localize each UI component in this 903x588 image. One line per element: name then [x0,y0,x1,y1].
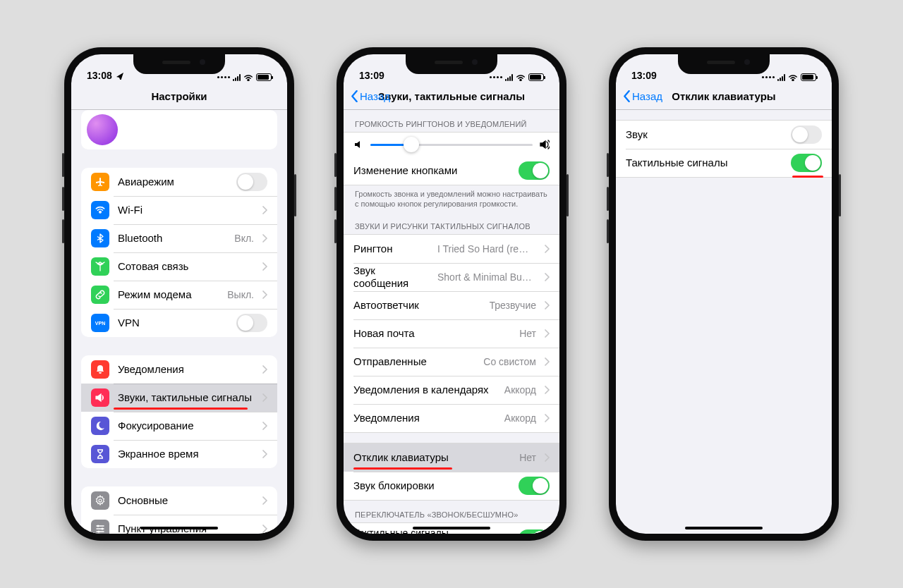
settings-row[interactable]: Экранное время [81,440,277,468]
svg-point-2 [102,528,104,530]
phone-2: 13:09 Назад Звуки, тактильные сигналы ГР… [337,47,566,541]
toggle[interactable] [791,125,822,144]
home-indicator[interactable] [413,527,490,529]
row-label: Автоответчик [353,299,481,311]
lock-sound-toggle[interactable] [519,477,550,495]
settings-row[interactable]: Пункт управления [81,515,277,534]
sound-row[interactable]: ОтправленныеСо свистом [344,348,559,376]
row-label: Звук сообщения [353,264,429,289]
svg-point-1 [97,525,99,527]
row-value: Вкл. [234,233,254,244]
speaker-low-icon [353,140,363,149]
chevron-right-icon [545,386,550,394]
toggle[interactable] [236,173,267,191]
settings-row[interactable]: BluetoothВкл. [81,224,277,252]
settings-row[interactable]: VPNVPN [81,309,277,337]
row-value: Аккорд [504,412,536,424]
notch [678,54,770,74]
chevron-right-icon [262,496,267,505]
toggle[interactable] [236,314,267,332]
link-icon [91,286,109,304]
highlight-underline [353,467,452,470]
clock: 13:09 [359,70,384,81]
row-label: VPN [118,317,228,329]
sound-row[interactable]: УведомленияАккорд [344,404,559,432]
chevron-right-icon [545,273,550,281]
sound-row[interactable]: Новая почтаНет [344,319,559,348]
content[interactable]: ГРОМКОСТЬ РИНГТОНОВ И УВЕДОМЛЕНИЙ Измене… [344,110,559,534]
screen-sounds: 13:09 Назад Звуки, тактильные сигналы ГР… [344,54,559,534]
sound-row[interactable]: АвтоответчикТрезвучие [344,291,559,319]
bell-icon [91,360,109,379]
toggle[interactable] [519,529,550,534]
settings-row[interactable]: Авиарежим [81,168,277,196]
row-value: Аккорд [504,384,536,396]
keyboard-feedback-option[interactable]: Тактильные сигналы [616,149,832,177]
back-button[interactable]: Назад [351,90,390,102]
battery-icon [801,73,816,81]
settings-row[interactable]: Режим модемаВыкл. [81,281,277,309]
antenna-icon [91,257,109,276]
lock-sound-row[interactable]: Звук блокировки [344,472,559,500]
chevron-right-icon [262,206,267,214]
phone-3: 13:09 Назад Отклик клавиатуры ЗвукТактил… [609,47,839,541]
settings-row[interactable]: Сотовая связь [81,252,277,281]
section-footer: Громкость звонка и уведомлений можно нас… [344,185,559,212]
change-with-buttons-row[interactable]: Изменение кнопками [344,157,559,185]
navbar: Назад Отклик клавиатуры [616,82,832,110]
chevron-right-icon [262,234,267,243]
home-indicator[interactable] [140,527,218,529]
change-with-buttons-toggle[interactable] [519,161,550,180]
settings-row[interactable]: Звуки, тактильные сигналы [81,384,277,412]
dual-sim-icon [217,76,230,78]
keyboard-feedback-row[interactable]: Отклик клавиатуры Нет [344,443,559,472]
chevron-right-icon [262,450,267,458]
chevron-right-icon [545,453,550,462]
row-label: Звук [626,128,782,140]
sound-row[interactable]: РингтонI Tried So Hard (remix 2021) [344,235,559,263]
row-label: Отклик клавиатуры [353,451,511,463]
clock: 13:08 [87,70,112,81]
location-icon [115,71,123,80]
sound-row[interactable]: Звук сообщенияShort & Minimal Busine... [344,263,559,291]
row-value: Со свистом [483,356,536,367]
row-label: Уведомления [118,363,254,375]
screen-settings: 13:08 Настройки АвиарежимWi-FiBluetoothВ… [71,54,287,534]
section-header: ГРОМКОСТЬ РИНГТОНОВ И УВЕДОМЛЕНИЙ [344,110,559,132]
chevron-right-icon [262,393,267,402]
highlight-underline [114,408,248,410]
section-header: ПЕРЕКЛЮЧАТЕЛЬ «ЗВОНОК/БЕСШУМНО» [344,501,559,522]
sound-row[interactable]: Уведомления в календаряхАккорд [344,376,559,404]
gear-icon [91,491,109,510]
page-title: Отклик клавиатуры [672,90,775,102]
cellular-icon [233,74,241,81]
section-header: ЗВУКИ И РИСУНКИ ТАКТИЛЬНЫХ СИГНАЛОВ [344,212,559,234]
content[interactable]: ЗвукТактильные сигналы [616,110,832,534]
battery-icon [256,73,272,81]
apple-id-row[interactable] [81,110,277,149]
svg-point-3 [98,531,100,533]
keyboard-feedback-option[interactable]: Звук [616,121,832,149]
toggle[interactable] [791,154,822,172]
back-button[interactable]: Назад [623,90,662,102]
settings-row[interactable]: Уведомления [81,355,277,384]
settings-row[interactable]: Wi-Fi [81,196,277,224]
chevron-left-icon [351,90,358,102]
row-label: Фокусирование [118,419,254,431]
ringer-volume-slider[interactable] [344,133,559,157]
chevron-left-icon [623,90,631,102]
dual-sim-icon [762,76,775,78]
screen-keyboard-feedback: 13:09 Назад Отклик клавиатуры ЗвукТактил… [616,54,832,534]
wifi-icon [91,201,109,219]
row-label: Изменение кнопками [353,164,510,176]
chevron-right-icon [545,301,550,310]
row-label: Основные [118,494,254,506]
sliders-icon [91,520,109,534]
wifi-status-icon [788,74,798,81]
row-label: Сотовая связь [118,260,246,272]
content[interactable]: АвиарежимWi-FiBluetoothВкл.Сотовая связь… [71,110,287,534]
highlight-underline [792,176,823,178]
settings-row[interactable]: Фокусирование [81,412,277,440]
home-indicator[interactable] [685,527,763,529]
settings-row[interactable]: Основные [81,486,277,515]
